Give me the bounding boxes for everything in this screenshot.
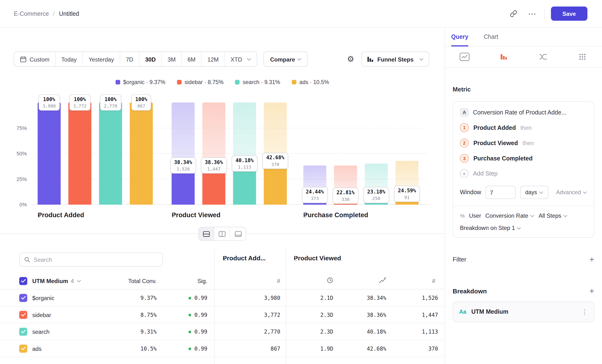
funnel-bar-sidebar-step3[interactable]: 22.81%330 <box>334 103 357 204</box>
bar-value-label: 38.34%1,526 <box>170 157 196 173</box>
legend-swatch <box>292 80 296 84</box>
row-step1-count: 2,770 <box>264 329 280 335</box>
scope-select[interactable]: All Steps <box>538 212 568 219</box>
compare-button[interactable]: Compare <box>264 52 308 67</box>
layout-rows-button[interactable] <box>199 227 215 240</box>
funnel-bar-organic-step2[interactable]: 38.34%1,526 <box>172 103 195 204</box>
search-input[interactable] <box>34 256 158 263</box>
tab-query[interactable]: Query <box>451 28 468 46</box>
date-range-label: Yesterday <box>89 56 114 62</box>
funnel-bar-search-step1[interactable]: 100%2,770 <box>99 103 122 204</box>
metric-title-row[interactable]: A Conversion Rate of Product Adde... <box>460 108 587 117</box>
line-chart-icon <box>460 53 470 61</box>
date-range-yesterday[interactable]: Yesterday <box>83 52 120 66</box>
date-range-label: 3M <box>168 56 175 62</box>
chevron-down-icon <box>77 278 81 282</box>
group-count: 4 <box>71 278 74 284</box>
layout-bottom-button[interactable] <box>230 227 246 240</box>
query-step-2[interactable]: 2Product Viewedthen <box>460 139 587 148</box>
select-all-checkbox[interactable] <box>19 277 27 285</box>
avg-time-icon[interactable] <box>327 277 333 285</box>
table-search <box>19 253 163 267</box>
funnel-bar-ads-step1[interactable]: 100%867 <box>130 103 153 204</box>
date-range-custom[interactable]: Custom <box>14 52 55 66</box>
share-link-icon[interactable] <box>508 7 520 20</box>
row-checkbox[interactable] <box>19 344 27 353</box>
window-unit-select[interactable]: days <box>520 186 548 199</box>
funnel-bar-ads-step2[interactable]: 42.68%370 <box>264 103 287 204</box>
funnel-bar-sidebar-step2[interactable]: 38.36%1,447 <box>202 103 225 204</box>
chart-type-select[interactable]: Funnel Steps <box>361 52 429 67</box>
add-step-button[interactable]: + Add Step <box>460 169 587 178</box>
bar-pct: 23.18% <box>367 189 385 195</box>
funnel-bar-organic-step1[interactable]: 100%3,980 <box>38 103 61 204</box>
save-button[interactable]: Save <box>551 6 587 21</box>
significance-value: 0.99 <box>194 311 207 318</box>
funnel-bar-organic-step3[interactable]: 24.44%373 <box>303 103 326 204</box>
date-range-xtd[interactable]: XTD <box>225 52 257 66</box>
date-range-30d[interactable]: 30D <box>139 52 162 66</box>
entity-select[interactable]: User <box>469 212 481 219</box>
tab-chart[interactable]: Chart <box>484 28 498 46</box>
row-step1-count: 867 <box>271 345 280 352</box>
date-range-7d[interactable]: 7D <box>120 52 139 66</box>
query-step-3[interactable]: 3Purchase Completed <box>460 154 587 163</box>
advanced-toggle[interactable]: Advanced <box>556 189 587 195</box>
sidebar-content: Metric A Conversion Rate of Product Adde… <box>445 67 602 364</box>
date-range-6m[interactable]: 6M <box>182 52 202 66</box>
count-icon[interactable]: # <box>432 277 435 284</box>
bar-converted <box>68 103 91 204</box>
bar-pct: 24.59% <box>398 188 416 193</box>
funnel-bar-search-step2[interactable]: 40.18%1,113 <box>233 103 256 204</box>
breadcrumb-parent[interactable]: E-Commerce <box>14 10 49 17</box>
insights-tab[interactable] <box>445 46 484 67</box>
bar-value-label: 40.18%1,113 <box>232 156 258 172</box>
legend-item-sidebar[interactable]: sidebar · 8.75% <box>177 79 223 85</box>
row-checkbox[interactable] <box>19 294 27 302</box>
query-step-1[interactable]: 1Product Addedthen <box>460 123 587 132</box>
breadcrumb-current[interactable]: Untitled <box>59 10 79 17</box>
bar-count: 2,770 <box>104 103 117 108</box>
window-value-input[interactable] <box>486 186 516 199</box>
funnel-chart: 75%50%25%0%100%3,980100%3,772100%2,77010… <box>34 103 428 204</box>
layout-columns-button[interactable] <box>214 227 230 240</box>
step-name: Product Viewed <box>172 212 221 219</box>
funnel-bar-ads-step3[interactable]: 24.59%91 <box>395 103 418 204</box>
funnel-bar-sidebar-step1[interactable]: 100%3,772 <box>68 103 91 204</box>
breakdown-on-step-select[interactable]: Breakdown on Step 1 <box>460 225 587 231</box>
date-range-today[interactable]: Today <box>55 52 83 66</box>
conversion-window-row: Window days Advanced <box>460 186 587 199</box>
step-event-name: Product Added <box>473 124 516 131</box>
count-icon[interactable]: # <box>277 277 280 284</box>
table-row: search0.999.31%2,7702.3D40.18%1,113 <box>0 323 445 340</box>
gear-icon[interactable]: ⚙ <box>347 55 354 64</box>
date-range-label: XTD <box>231 56 242 62</box>
bar-count: 1,526 <box>174 166 192 171</box>
legend-item-ads[interactable]: ads · 10.5% <box>292 79 329 85</box>
legend-item-organic[interactable]: $organic · 9.37% <box>115 79 165 85</box>
date-range-label: Today <box>61 56 77 62</box>
funnel-bar-search-step3[interactable]: 23.18%258 <box>365 103 388 204</box>
row-checkbox[interactable] <box>19 328 27 336</box>
breakdown-item[interactable]: Aa UTM Medium ⋮ <box>452 301 594 322</box>
step-number: 2 <box>172 212 175 219</box>
funnels-tab[interactable] <box>484 46 524 67</box>
kebab-menu-icon[interactable]: ⋮ <box>581 308 588 316</box>
more-options-icon[interactable]: ⋯ <box>526 7 538 20</box>
flows-tab[interactable] <box>524 46 563 67</box>
legend-item-search[interactable]: search · 9.31% <box>235 79 280 85</box>
row-checkbox[interactable] <box>19 310 27 319</box>
date-range-label: 30D <box>145 56 156 62</box>
step-event-name: Product Viewed <box>473 139 518 147</box>
measure-select[interactable]: Conversion Rate <box>485 212 535 219</box>
retention-tab[interactable] <box>563 46 602 67</box>
conversion-rate-icon[interactable] <box>379 277 386 285</box>
add-breakdown-button[interactable]: + <box>589 287 594 295</box>
date-range-segmented-control: CustomTodayYesterday7D30D3M6M12MXTD <box>14 52 258 67</box>
date-range-3m[interactable]: 3M <box>162 52 182 66</box>
add-filter-button[interactable]: + <box>589 255 594 264</box>
group-column-header[interactable]: UTM Medium 4 <box>32 278 81 284</box>
bar-count: 1,447 <box>205 166 223 171</box>
date-range-12m[interactable]: 12M <box>202 52 225 66</box>
step-name: Product Add... <box>223 255 266 261</box>
